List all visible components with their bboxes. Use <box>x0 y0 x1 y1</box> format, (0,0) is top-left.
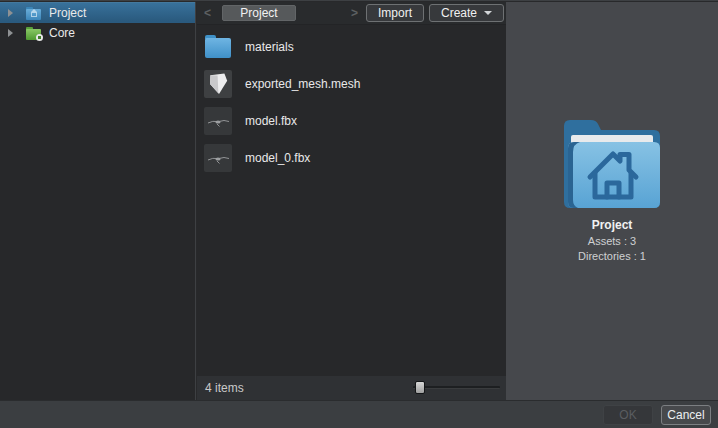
mesh-thumbnail-icon <box>204 70 232 98</box>
browser-toolbar: < Project > Import Create <box>197 2 506 24</box>
item-count-label: 4 items <box>205 381 244 395</box>
file-browser-panel: < Project > Import Create materials expo… <box>197 2 506 400</box>
import-button[interactable]: Import <box>366 4 424 22</box>
folder-tree-panel: Project Core <box>0 2 196 400</box>
browser-status-bar: 4 items <box>197 376 506 400</box>
file-name-label: materials <box>245 40 294 54</box>
breadcrumb-project-button[interactable]: Project <box>222 5 296 21</box>
file-row-materials[interactable]: materials <box>197 28 506 65</box>
fbx-model-thumbnail-icon <box>204 144 232 172</box>
tree-item-label: Project <box>49 6 86 20</box>
core-folder-icon <box>26 26 42 40</box>
back-button[interactable]: < <box>204 6 211 20</box>
file-name-label: exported_mesh.mesh <box>245 77 360 91</box>
preview-directories-count: Directories : 1 <box>506 250 718 262</box>
asset-browser-dialog: Project Core < Project > Import Create <box>0 0 718 428</box>
cancel-button[interactable]: Cancel <box>661 405 711 425</box>
folder-thumbnail-icon <box>204 33 232 61</box>
forward-button[interactable]: > <box>351 6 358 20</box>
create-button[interactable]: Create <box>429 4 504 22</box>
preview-assets-count: Assets : 3 <box>506 235 718 247</box>
file-list: materials exported_mesh.mesh <box>197 24 506 376</box>
thumbnail-size-slider[interactable] <box>413 381 500 394</box>
tree-item-project[interactable]: Project <box>0 2 195 23</box>
preview-title: Project <box>506 218 718 232</box>
project-folder-preview-icon <box>554 106 670 214</box>
file-name-label: model.fbx <box>245 114 297 128</box>
expand-caret-icon[interactable] <box>8 29 13 37</box>
slider-track[interactable] <box>413 386 500 389</box>
asset-preview-panel: Project Assets : 3 Directories : 1 <box>506 2 718 400</box>
file-row-model-0-fbx[interactable]: model_0.fbx <box>197 139 506 176</box>
file-name-label: model_0.fbx <box>245 151 310 165</box>
expand-caret-icon[interactable] <box>8 9 13 17</box>
file-row-model-fbx[interactable]: model.fbx <box>197 102 506 139</box>
file-row-exported-mesh[interactable]: exported_mesh.mesh <box>197 65 506 102</box>
ok-button[interactable]: OK <box>603 405 653 425</box>
chevron-down-icon <box>484 11 492 15</box>
fbx-model-thumbnail-icon <box>204 107 232 135</box>
tree-item-label: Core <box>49 26 75 40</box>
slider-handle[interactable] <box>415 381 425 394</box>
project-home-folder-icon <box>26 6 42 20</box>
dialog-button-bar: OK Cancel <box>0 400 718 428</box>
create-button-label: Create <box>441 6 477 20</box>
tree-item-core[interactable]: Core <box>0 23 195 43</box>
